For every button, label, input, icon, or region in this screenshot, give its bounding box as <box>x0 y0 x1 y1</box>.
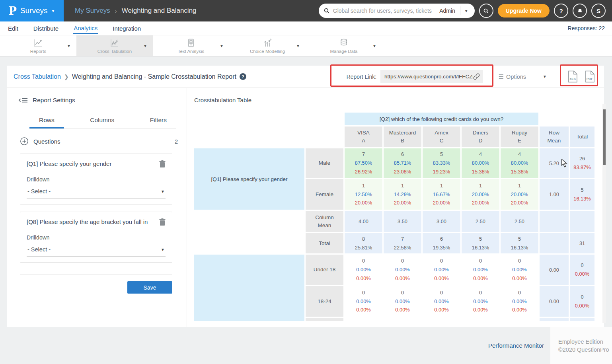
data-cell: 825.81% <box>345 233 382 253</box>
column-header: DinersD <box>462 127 499 147</box>
row-label: Column Mean <box>306 211 343 232</box>
row-label <box>306 318 343 321</box>
collapse-panel-icon[interactable] <box>18 97 28 103</box>
text-analysis-dropdown[interactable]: ▼ <box>220 44 224 48</box>
chevron-down-icon: ▼ <box>161 247 165 252</box>
link-icon[interactable] <box>473 73 480 80</box>
data-cell <box>501 318 538 321</box>
toolbar-item-label: Reports <box>30 49 46 54</box>
search-scope-value[interactable]: Admin <box>435 8 460 14</box>
notifications-button[interactable] <box>573 4 587 18</box>
line-chart-icon <box>33 38 43 48</box>
data-cell: 00.00%0.00% <box>384 286 421 317</box>
upgrade-now-button[interactable]: Upgrade Now <box>498 4 550 18</box>
column-question-header: [Q2] which of the following credit cards… <box>345 113 538 125</box>
data-cell: 3.50 <box>384 211 421 232</box>
user-avatar[interactable]: S <box>591 4 606 18</box>
report-link-label: Report Link: <box>347 74 376 80</box>
question-card-q1: [Q1] Please specify your gender Drilldow… <box>20 154 172 204</box>
data-cell: 120.00%20.00% <box>462 179 499 210</box>
questionpro-logo-icon: P <box>9 5 17 17</box>
product-switcher[interactable]: P Surveys ▼ <box>0 0 64 21</box>
toolbar-item-cross-tabulation[interactable]: Cross-Tabulation ▼ <box>76 35 153 56</box>
row-mean-cell: 0.00 <box>540 255 569 285</box>
copyright-label: ©2020 QuestionPro <box>558 346 612 353</box>
total-cell: 516.13% <box>570 179 594 210</box>
questions-header: Questions 2 <box>20 137 178 146</box>
export-pdf-icon[interactable]: PDF <box>585 70 595 83</box>
report-body: Report Settings Rows Columns Filters Que… <box>7 88 604 327</box>
performance-monitor-link[interactable]: Performance Monitor <box>488 342 544 349</box>
tab-distribute[interactable]: Distribute <box>33 23 59 33</box>
global-search-input[interactable] <box>333 8 435 14</box>
question-title: [Q1] Please specify your gender <box>27 160 155 167</box>
data-cell: 583.33%19.23% <box>423 148 460 178</box>
breadcrumb-my-surveys[interactable]: My Surveys <box>75 7 110 15</box>
add-question-icon[interactable] <box>20 137 29 146</box>
column-header: AmexC <box>423 127 460 147</box>
row-mean-cell: 1.00 <box>540 179 569 210</box>
options-label: Options <box>506 74 526 80</box>
tab-edit[interactable]: Edit <box>7 23 19 33</box>
toolbar-item-label: Text Analysis <box>178 49 204 54</box>
toolbar-item-manage-data[interactable]: Manage Data ▼ <box>306 35 382 56</box>
report-help-icon[interactable]: ? <box>240 73 246 80</box>
data-cell: 00.00%0.00% <box>462 286 499 317</box>
tab-filters[interactable]: Filters <box>140 114 176 128</box>
data-cell: 00.00%0.00% <box>501 255 538 285</box>
data-cell <box>423 318 460 321</box>
question-mark-icon: ? <box>559 8 563 14</box>
data-cell: 120.00%20.00% <box>501 179 538 210</box>
data-cell: 3.00 <box>423 211 460 232</box>
options-button[interactable]: Options <box>497 74 526 80</box>
drilldown-value: - Select - <box>27 188 161 195</box>
tab-analytics[interactable]: Analytics <box>73 23 98 34</box>
question-stub-cell <box>194 255 304 321</box>
edition-label: Employee Edition <box>558 339 612 345</box>
cross-tabulation-dropdown[interactable]: ▼ <box>143 44 147 48</box>
report-link-field[interactable]: https://www.questionpro.com/t/lFFCZg <box>380 70 483 83</box>
export-xls-icon[interactable]: XLS <box>567 70 578 83</box>
manage-data-dropdown[interactable]: ▼ <box>372 44 376 48</box>
avatar-letter: S <box>596 8 600 14</box>
data-cell: 00.00%0.00% <box>384 255 421 285</box>
responses-count: Responses: 22 <box>568 25 605 31</box>
report-card: Cross Tabulation ❯ Weighting and Balanci… <box>7 66 604 327</box>
product-name: Surveys <box>20 6 48 15</box>
toolbar-item-label: Choice Modelling <box>250 49 285 54</box>
reports-dropdown[interactable]: ▼ <box>67 44 71 48</box>
tab-columns[interactable]: Columns <box>80 114 124 128</box>
row-label: Male <box>306 148 343 178</box>
row-mean-cell: 0.00 <box>540 286 569 317</box>
save-button[interactable]: Save <box>127 281 172 294</box>
options-dropdown[interactable]: ▼ <box>543 74 547 79</box>
column-header: MastercardB <box>384 127 421 147</box>
list-icon <box>497 74 503 79</box>
table-scrollbar-track[interactable] <box>602 104 606 323</box>
data-cell: 516.13% <box>501 233 538 253</box>
delete-question-icon[interactable] <box>159 160 166 167</box>
total-cell: 00.00% <box>570 286 594 317</box>
tab-integration[interactable]: Integration <box>112 23 142 33</box>
delete-question-icon[interactable] <box>159 218 166 226</box>
row-mean-cell <box>540 211 569 232</box>
toolbar-item-reports[interactable]: Reports ▼ <box>0 35 76 56</box>
choice-modelling-dropdown[interactable]: ▼ <box>296 44 300 48</box>
data-cell: 480.00%15.38% <box>501 148 538 178</box>
drilldown-select-q1[interactable]: - Select - ▼ <box>27 187 166 199</box>
edition-info: Employee Edition ©2020 QuestionPro <box>550 327 612 364</box>
toolbar-item-label: Cross-Tabulation <box>97 49 132 54</box>
drilldown-value: - Select - <box>27 246 161 253</box>
search-scope-dropdown[interactable]: ▼ <box>460 9 470 13</box>
data-cell: 00.00%0.00% <box>345 255 382 285</box>
help-button[interactable]: ? <box>554 4 568 18</box>
toolbar-item-choice-modelling[interactable]: Choice Modelling ▼ <box>229 35 306 56</box>
table-scrollbar-thumb[interactable] <box>603 109 606 165</box>
search-submit-button[interactable] <box>479 4 493 18</box>
question-stub-cell: [Q1] Please specify your gender <box>194 148 304 210</box>
cross-tabulation-link[interactable]: Cross Tabulation <box>14 73 61 80</box>
drilldown-select-q8[interactable]: - Select - ▼ <box>27 245 166 257</box>
top-bar: P Surveys ▼ My Surveys › Weighting and B… <box>0 0 612 21</box>
toolbar-item-text-analysis[interactable]: Text Analysis ▼ <box>153 35 229 56</box>
tab-rows[interactable]: Rows <box>29 114 64 128</box>
